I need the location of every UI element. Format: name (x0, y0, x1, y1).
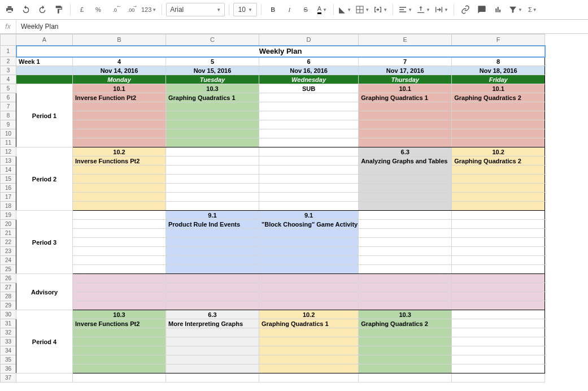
cell[interactable] (359, 184, 452, 193)
cell[interactable] (166, 202, 259, 211)
cell[interactable] (259, 138, 359, 147)
cell[interactable] (166, 111, 259, 120)
cell[interactable]: Friday (452, 75, 545, 84)
cell[interactable] (452, 364, 545, 373)
print-button[interactable] (2, 3, 17, 16)
cell[interactable] (452, 220, 545, 229)
cell[interactable] (166, 256, 259, 265)
cell[interactable] (166, 129, 259, 138)
cell[interactable] (166, 175, 259, 184)
cell[interactable] (452, 265, 545, 274)
cell[interactable] (259, 166, 359, 175)
cell[interactable] (73, 220, 166, 229)
cell[interactable] (452, 328, 545, 337)
cell[interactable] (452, 175, 545, 184)
cell[interactable] (359, 193, 452, 202)
cell[interactable] (73, 373, 166, 383)
cell[interactable] (166, 265, 259, 274)
cell[interactable] (452, 102, 545, 111)
cell[interactable] (452, 337, 545, 346)
cell[interactable] (166, 247, 259, 256)
row-header[interactable]: 36 (1, 364, 16, 373)
cell[interactable] (73, 175, 166, 184)
cell[interactable] (452, 346, 545, 355)
cell[interactable] (359, 220, 452, 229)
cell[interactable]: 10.1 (359, 84, 452, 93)
cell[interactable]: Graphing Quadratics 2 (452, 157, 545, 166)
cell[interactable]: 10.2 (259, 310, 359, 319)
row-header[interactable]: 26 (1, 274, 16, 283)
cell[interactable] (73, 292, 166, 301)
cell[interactable]: Graphing Quadratics 1 (166, 93, 259, 102)
cell[interactable] (452, 247, 545, 256)
cell[interactable] (259, 184, 359, 193)
cell[interactable] (259, 93, 359, 102)
cell[interactable] (73, 138, 166, 147)
cell[interactable] (166, 328, 259, 337)
italic-button[interactable]: I (282, 3, 297, 16)
row-header[interactable]: 20 (1, 220, 16, 229)
cell[interactable] (73, 166, 166, 175)
cell[interactable] (166, 364, 259, 373)
row-header[interactable]: 13 (1, 157, 16, 166)
cell[interactable] (73, 346, 166, 355)
cell[interactable] (73, 129, 166, 138)
cell[interactable]: 10.1 (452, 84, 545, 93)
cell[interactable] (259, 301, 359, 310)
row-header[interactable]: 16 (1, 184, 16, 193)
row-header[interactable]: 10 (1, 129, 16, 138)
row-header[interactable]: 30 (1, 310, 16, 319)
cell[interactable]: Inverse Functions Pt2 (73, 157, 166, 166)
cell[interactable] (166, 157, 259, 166)
row-header[interactable]: 25 (1, 265, 16, 274)
cell[interactable]: Week 1 (16, 57, 73, 66)
cell[interactable]: Wednesday (259, 75, 359, 84)
cell[interactable] (166, 193, 259, 202)
cell[interactable] (359, 346, 452, 355)
cell[interactable] (452, 211, 545, 220)
cell[interactable] (259, 120, 359, 129)
cell[interactable]: 6.3 (166, 310, 259, 319)
row-header[interactable]: 1 (1, 46, 16, 57)
cell[interactable] (359, 229, 452, 238)
row-header[interactable]: 29 (1, 301, 16, 310)
cell[interactable]: "Block Choosing" Game Activity (259, 220, 359, 229)
cell[interactable] (359, 301, 452, 310)
decrease-decimal-button[interactable]: .0← (107, 3, 122, 16)
cell[interactable] (166, 147, 259, 157)
cell[interactable]: 6 (259, 57, 359, 66)
cell[interactable] (259, 337, 359, 346)
cell[interactable] (359, 355, 452, 364)
cell[interactable] (359, 166, 452, 175)
cell[interactable]: 10.1 (73, 84, 166, 93)
cell[interactable]: 10.3 (73, 310, 166, 319)
cell[interactable] (166, 274, 259, 283)
cell[interactable]: Period 2 (16, 147, 73, 211)
cell[interactable]: Nov 15, 2016 (166, 66, 259, 75)
cell[interactable] (259, 229, 359, 238)
cell[interactable] (166, 283, 259, 292)
more-formats-button[interactable]: 123▼ (140, 3, 158, 16)
cell[interactable] (259, 175, 359, 184)
cell[interactable] (73, 202, 166, 211)
cell[interactable]: Thursday (359, 75, 452, 84)
cell[interactable] (359, 120, 452, 129)
cell[interactable] (359, 247, 452, 256)
row-header[interactable]: 18 (1, 202, 16, 211)
borders-button[interactable]: ▼ (354, 3, 371, 16)
bold-button[interactable]: B (265, 3, 280, 16)
cell[interactable] (452, 138, 545, 147)
cell[interactable] (452, 193, 545, 202)
cell[interactable] (16, 373, 73, 383)
cell[interactable] (259, 202, 359, 211)
row-header[interactable]: 22 (1, 238, 16, 247)
row-header[interactable]: 37 (1, 373, 16, 383)
cell[interactable] (259, 247, 359, 256)
row-header[interactable]: 23 (1, 247, 16, 256)
cell[interactable]: SUB (259, 84, 359, 93)
col-header-D[interactable]: D (259, 34, 359, 46)
row-header[interactable]: 7 (1, 102, 16, 111)
cell[interactable] (166, 120, 259, 129)
cell[interactable]: Period 4 (16, 310, 73, 373)
paint-format-button[interactable] (51, 3, 66, 16)
